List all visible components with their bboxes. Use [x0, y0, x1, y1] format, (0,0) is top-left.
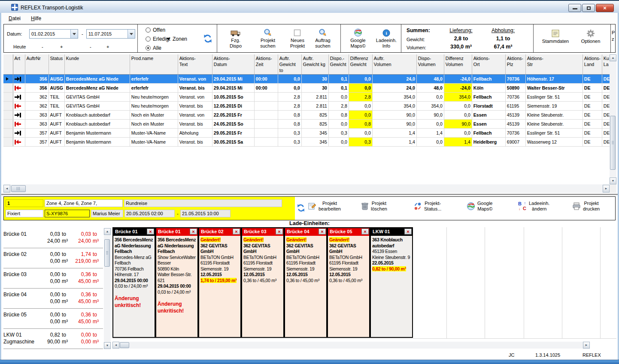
col-header-plz[interactable]: Aktions- Plz — [505, 54, 525, 75]
scrollbar-thumb[interactable] — [610, 116, 616, 170]
heute-button[interactable]: Heute — [13, 44, 26, 49]
loading-unit-card[interactable]: LKW 01×363 Knoblauch autobedarf45139 Ess… — [370, 227, 413, 338]
scroll-left-icon[interactable]: ◄ — [112, 342, 119, 349]
date-from-combo[interactable]: 01.02.2015 — [29, 29, 78, 39]
refresh-button[interactable] — [203, 34, 212, 44]
scroll-up-icon[interactable]: ▲ — [104, 228, 111, 235]
col-header-auftrnr[interactable]: AuftrNr — [25, 54, 49, 75]
table-row[interactable]: 356AUSGBercedesMenz aG NiedeerferfefrVer… — [3, 75, 611, 84]
google-maps-button[interactable]: Google Maps© — [467, 201, 492, 212]
date-step-button[interactable]: + — [60, 44, 63, 49]
col-header-diff_gewicht[interactable]: Differenz Gewicht — [349, 54, 372, 75]
projekt-status-button[interactable]: Projekt- Status... — [413, 201, 441, 212]
col-header-land[interactable]: Aktions- Land — [583, 54, 602, 75]
loading-unit-row[interactable]: Brücke 040,00to0,00m³0,36to45,00m³ — [3, 289, 103, 309]
chevron-down-icon[interactable] — [127, 30, 135, 38]
scroll-right-icon[interactable]: ► — [603, 185, 610, 193]
col-header-str[interactable]: Aktions- Str — [525, 54, 583, 75]
project-end-field[interactable]: 21.05.2015 10:00 — [180, 210, 231, 217]
date-step-button[interactable]: + — [106, 44, 109, 49]
grid-vertical-scrollbar[interactable]: ▲ ▼ — [610, 54, 616, 184]
clipped-toolbar-button[interactable]: P z — [612, 30, 616, 47]
google-maps-button[interactable]: Google Maps© — [342, 27, 374, 49]
col-header-status[interactable]: Status — [49, 54, 64, 75]
minimize-button[interactable] — [568, 4, 581, 12]
fzg-dispo-button[interactable]: Fzg. Dispo — [220, 27, 252, 49]
loading-unit-card[interactable]: Brücke 01×356 BercedesMenz aG Niederlass… — [112, 227, 155, 338]
scrollbar-thumb[interactable] — [104, 239, 110, 267]
col-header-prod[interactable]: Prod.name — [130, 54, 178, 75]
stammdaten-button[interactable]: Stammdaten — [536, 27, 575, 44]
project-fixiert-field[interactable]: Fixiert — [6, 210, 43, 217]
auftrag-suchen-button[interactable]: Auftrag suchen — [307, 27, 339, 49]
col-header-gewicht_to[interactable]: Auftr. Gewicht to — [278, 54, 301, 75]
card-close-icon[interactable]: × — [361, 229, 369, 235]
table-row[interactable]: 357AUFTBenjamin MustermannMuster-VA-Name… — [3, 138, 611, 147]
radio-alle[interactable]: Alle — [146, 45, 161, 51]
ladeeinheit-aendern-button[interactable]: B↑↓C Ladeeinh. ändern — [518, 201, 549, 212]
projekt-bearbeiten-button[interactable]: Projekt bearbeiten — [308, 201, 341, 212]
col-header-diff_volumen[interactable]: Differenz Volumen — [444, 54, 472, 75]
loading-unit-card[interactable]: Brücke 05×Geändert!362 GEVITAS GmbHBETaT… — [327, 227, 370, 338]
date-step-button[interactable]: - — [90, 44, 91, 49]
table-row[interactable]: 363AUFTKnoblauch autobedarfNoch ein Must… — [3, 120, 611, 129]
card-close-icon[interactable]: × — [276, 229, 283, 235]
loading-unit-card[interactable]: Brücke 01×356 BercedesMenz aG Niederlass… — [155, 227, 198, 338]
col-header-kunde[interactable]: Kunde — [64, 54, 130, 75]
date-to-combo[interactable]: 11.07.2015 — [86, 29, 135, 39]
loading-unit-row[interactable]: LKW 01Zugmaschine0,82to90,00m³0,00to0,00… — [3, 329, 103, 349]
col-header-indicator[interactable] — [3, 54, 13, 75]
card-close-icon[interactable]: × — [233, 229, 240, 235]
scrollbar-thumb[interactable] — [120, 342, 129, 348]
scroll-right-icon[interactable]: ► — [583, 342, 590, 349]
maximize-button[interactable] — [582, 4, 595, 12]
chevron-down-icon[interactable] — [70, 30, 78, 38]
date-step-button[interactable]: - — [42, 44, 43, 49]
table-row[interactable]: 362TEILGEVITAS GmbHNeu heute/morgenVeran… — [3, 102, 611, 111]
card-close-icon[interactable]: × — [147, 229, 154, 235]
col-header-datum[interactable]: Aktions- Datum — [212, 54, 254, 75]
scroll-up-icon[interactable]: ▲ — [610, 54, 616, 61]
projekt-loeschen-button[interactable]: Projekt löschen — [361, 201, 387, 212]
projekt-suchen-button[interactable]: Projekt suchen — [252, 27, 284, 49]
col-header-auftr_volumen[interactable]: Auftr. Volumen — [372, 54, 416, 75]
table-row[interactable]: 363AUFTKnoblauch autobedarfNoch ein Must… — [3, 111, 611, 120]
radio-offen[interactable]: Offen — [146, 27, 165, 33]
col-header-dispo_volumen[interactable]: Dispo- Volumen — [416, 54, 444, 75]
col-header-zeit[interactable]: Aktions- Zeit — [254, 54, 278, 75]
project-start-field[interactable]: 20.05.2015 02:00 — [124, 210, 175, 217]
project-name-field[interactable]: Rundreise — [124, 199, 282, 207]
project-zones-field[interactable]: Zone 4, Zone 6, Zone 7, — [45, 199, 123, 207]
col-header-gewicht_kg[interactable]: Auftr. Gewicht kg — [301, 54, 328, 75]
loading-unit-card[interactable]: Brücke 03×Geändert!362 GEVITAS GmbHBETaT… — [241, 227, 284, 338]
loading-unit-card[interactable]: Brücke 04×Geändert!362 GEVITAS GmbHBETaT… — [284, 227, 327, 338]
scroll-down-icon[interactable]: ▼ — [104, 342, 111, 349]
table-row[interactable]: 357AUFTBenjamin MustermannMuster-VA-Name… — [3, 129, 611, 138]
menu-datei[interactable]: Datei — [7, 15, 22, 22]
cards-horizontal-scrollbar[interactable]: ◄ ► — [112, 342, 590, 349]
units-list-scrollbar[interactable]: ▲ ▼ — [104, 228, 111, 349]
driver-field[interactable]: Marius Meier — [91, 210, 123, 217]
scroll-left-icon[interactable]: ◄ — [3, 185, 10, 193]
col-header-dispo_gewicht[interactable]: Dispo.- Gewicht — [328, 54, 349, 75]
table-row[interactable]: 356AUSGBercedesMenz aG NiedeerferfefrVer… — [3, 84, 611, 93]
loading-unit-row[interactable]: Brücke 030,00to0,00m³0,36to45,00m³ — [3, 268, 103, 289]
project-number-field[interactable]: 1 — [6, 199, 43, 207]
col-header-ort[interactable]: Aktions- Ort — [472, 54, 505, 75]
loading-unit-card[interactable]: Brücke 02×Geändert!362 GEVITAS GmbHBETaT… — [198, 227, 241, 338]
project-refresh-button[interactable] — [297, 204, 305, 213]
loading-unit-row[interactable]: Brücke 020,00to0,00m³1,74to219,00m³ — [3, 248, 103, 268]
close-button[interactable]: × — [596, 4, 614, 12]
ladeeinh-info-button[interactable]: i Ladeeinh. Info — [370, 27, 402, 49]
vehicle-plate-field[interactable]: S-XY9876 — [45, 210, 90, 217]
projekt-drucken-button[interactable]: Projekt drucken — [572, 201, 600, 212]
scrollbar-thumb[interactable] — [11, 185, 26, 192]
scroll-down-icon[interactable]: ▼ — [610, 177, 616, 184]
col-header-art[interactable]: Art — [13, 54, 25, 75]
table-row[interactable]: 362TEILGEVITAS GmbHNeu heute/morgenVeran… — [3, 93, 611, 102]
card-close-icon[interactable]: × — [319, 229, 326, 235]
optionen-button[interactable]: Optionen — [575, 27, 607, 44]
card-close-icon[interactable]: × — [190, 229, 197, 235]
loading-unit-row[interactable]: Brücke 050,00to0,00m³0,36to45,00m³ — [3, 309, 103, 329]
card-close-icon[interactable]: × — [404, 229, 412, 235]
